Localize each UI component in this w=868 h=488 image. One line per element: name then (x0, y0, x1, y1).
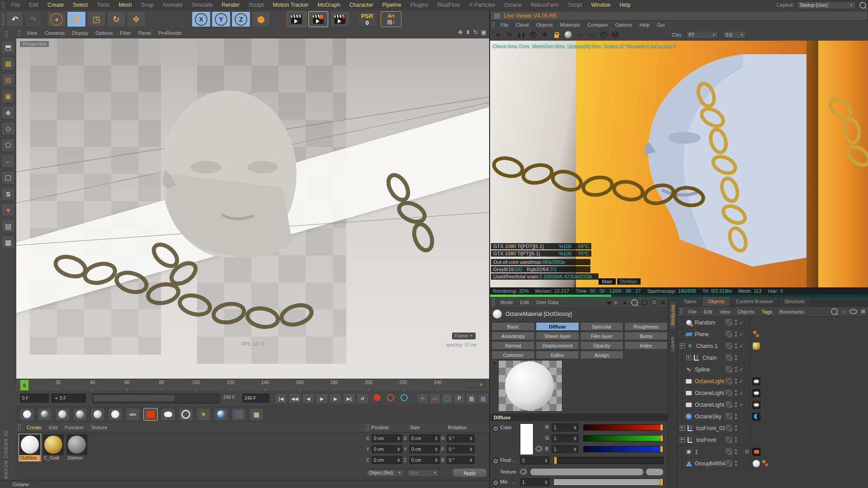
size-mode-select[interactable]: Size▼ (407, 469, 439, 477)
layer-toggle[interactable] (725, 448, 733, 455)
am-target-icon[interactable] (651, 299, 657, 305)
texture-mode-button[interactable]: ▨ (1, 73, 15, 87)
pass-tab-demain[interactable]: DeMain (617, 278, 641, 285)
visibility-dots[interactable] (735, 379, 737, 384)
live-viewer-titlebar[interactable]: Live Viewer V4.05-R5 (490, 11, 868, 21)
pan-icon[interactable]: ✥ (458, 29, 463, 36)
film-region-button[interactable]: ▭ (575, 30, 585, 39)
menu-sculpt[interactable]: Sculpt (244, 0, 268, 10)
object-name[interactable]: Spline (695, 366, 710, 373)
lighttag-tag[interactable] (752, 389, 760, 397)
current-frame-field[interactable]: ◄0 F (52, 394, 86, 403)
am-search-icon[interactable] (631, 299, 638, 306)
object-row-octanesky[interactable]: OctaneSky (678, 411, 868, 422)
channel-tab-basic[interactable]: Basic (491, 322, 535, 331)
object-name[interactable]: IcoFront_02 (696, 425, 725, 432)
visibility-dots[interactable] (735, 437, 737, 442)
glossy-sphere-button[interactable] (108, 408, 123, 421)
menu-file[interactable]: File (7, 0, 24, 10)
mix-input[interactable]: 1. (520, 478, 550, 486)
channel-b-slider[interactable] (583, 446, 664, 452)
menu-mesh[interactable]: Mesh (114, 0, 136, 10)
channel-tab-diffuse[interactable]: Diffuse (536, 322, 579, 331)
spinner[interactable] (397, 447, 400, 451)
menu-render[interactable]: Render (217, 0, 244, 10)
menu-simulate[interactable]: Simulate (187, 0, 217, 10)
channel-tab-sheen-layer[interactable]: Sheen layer (536, 332, 579, 340)
mouse-button[interactable]: ▢ (1, 171, 15, 184)
layer-toggle[interactable] (725, 401, 733, 408)
size-input[interactable]: 0 cm (409, 456, 440, 464)
material-ball-button[interactable] (563, 30, 573, 39)
color-swatch[interactable] (520, 423, 533, 455)
menu-plugins[interactable]: Plugins (406, 0, 433, 10)
snap-button[interactable]: S (1, 187, 15, 201)
channel-tab-film-layer[interactable]: Film layer (580, 332, 623, 340)
resolution-scale-select[interactable]: 0.5▼ (723, 31, 746, 39)
object-row-icefront[interactable]: 0IceFront (678, 434, 868, 446)
object-row-octanelight[interactable]: OctaneLight✓ (678, 387, 868, 399)
double-sphere-button[interactable] (55, 408, 70, 421)
render-view[interactable]: Check:0ms./1ms. MeshGen:0ms. Update[M]:0… (490, 41, 868, 287)
layer-toggle[interactable] (725, 424, 733, 432)
make-editable-button[interactable]: ⬒ (1, 41, 15, 54)
om-menu-view[interactable]: View (716, 308, 734, 316)
refresh-button[interactable]: ↻ (505, 30, 514, 39)
rotation-input[interactable]: 0 ° (447, 456, 475, 464)
points-mode-button[interactable]: ◆ (1, 106, 15, 119)
texture-dots-tag[interactable] (752, 330, 760, 338)
menu-help[interactable]: Help (615, 0, 635, 10)
lv-drag-handle[interactable] (491, 22, 495, 28)
om-drag-handle[interactable] (679, 308, 684, 315)
preview-range-bar[interactable] (92, 394, 220, 404)
next-frame-button[interactable]: ▶ (329, 393, 342, 404)
layer-toggle[interactable] (725, 319, 733, 326)
om-add-icon[interactable]: ⊞ (861, 309, 865, 314)
texture-expand-arrow[interactable]: ▶ (520, 469, 527, 475)
diffuse-section-header[interactable]: Diffuse (491, 413, 669, 421)
preview-expand-triangle[interactable]: ▼ (492, 361, 497, 366)
om-menu-objects[interactable]: Objects (734, 308, 758, 316)
position-input[interactable]: 0 cm (372, 456, 402, 464)
record-rotation-button[interactable]: ◯ (441, 393, 453, 404)
om-menu-file[interactable]: File (685, 308, 700, 316)
spinner[interactable] (574, 447, 576, 451)
start-frame-field[interactable]: 0 F (20, 394, 49, 403)
spinner[interactable] (397, 436, 400, 441)
menu-realflow[interactable]: RealFlow (433, 0, 464, 10)
expand-toggle[interactable] (686, 355, 691, 360)
slider-handle[interactable] (660, 435, 663, 441)
model-mode-button[interactable]: ▦ (1, 57, 15, 70)
layer-toggle[interactable] (725, 377, 733, 385)
expand-toggle[interactable] (680, 426, 685, 431)
menu-window[interactable]: Window (587, 0, 615, 10)
maximize-icon[interactable]: ▣ (481, 29, 486, 36)
am-menu-mode[interactable]: Mode (497, 298, 517, 306)
object-row-icofront-02[interactable]: 0IcoFront_02 (678, 422, 868, 434)
visibility-dots[interactable] (735, 343, 737, 348)
tab-objects[interactable]: Objects (703, 297, 731, 306)
object-name[interactable]: Chains.1 (696, 343, 717, 349)
settings-gear-button[interactable]: ✱ (540, 30, 550, 39)
slider-handle[interactable] (660, 479, 663, 486)
float-radio[interactable] (492, 458, 499, 465)
tab-layers[interactable]: Layers (669, 333, 675, 355)
art-button[interactable]: Art▤↓ (381, 11, 401, 27)
lv-menu-help[interactable]: Help (636, 21, 654, 29)
slider-handle[interactable] (660, 446, 663, 452)
object-mode-select[interactable]: Object (Rel)▼ (366, 469, 404, 477)
object-name[interactable]: Random (695, 319, 715, 326)
channel-tab-anisotropy[interactable]: Anisotropy (491, 332, 535, 340)
mix-slider[interactable] (553, 479, 664, 486)
up-icon[interactable]: ▲ (622, 299, 627, 305)
autokey-button[interactable] (401, 394, 410, 402)
slider-handle[interactable] (554, 457, 557, 464)
redo-button[interactable]: ↷ (24, 11, 42, 27)
layer-toggle[interactable] (725, 460, 733, 467)
prev-frame-button[interactable]: ◀ (302, 393, 315, 404)
object-name[interactable]: OctaneSky (695, 413, 722, 420)
menu-x-particles[interactable]: X-Particles (464, 0, 500, 10)
play-button[interactable]: ▶ (316, 393, 328, 404)
spinner[interactable] (574, 426, 576, 430)
lv-menu-compare[interactable]: Compare (584, 21, 611, 29)
